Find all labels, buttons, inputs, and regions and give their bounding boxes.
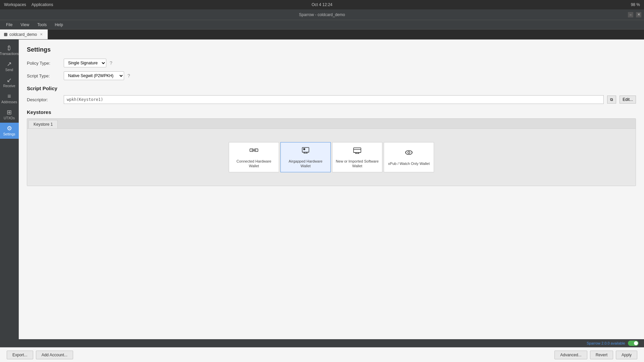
xpub-watch-only-wallet-card[interactable]: xPub / Watch Only Wallet xyxy=(384,142,434,172)
bottom-right-actions: Advanced... Revert Apply xyxy=(554,351,637,359)
script-type-help-icon[interactable]: ? xyxy=(127,73,130,78)
policy-type-label: Policy Type: xyxy=(27,61,60,66)
sidebar-item-receive[interactable]: ↙ Receive xyxy=(0,74,19,90)
sidebar-item-transactions[interactable]: ₿ Transactions xyxy=(0,42,19,58)
title-bar: Sparrow - coldcard_demo − ✕ xyxy=(0,9,644,20)
connected-hardware-label: Connected Hardware Wallet xyxy=(232,159,275,169)
new-imported-software-wallet-card[interactable]: New or Imported Software Wallet xyxy=(332,142,382,172)
sidebar-settings-label: Settings xyxy=(3,132,15,136)
close-button[interactable]: ✕ xyxy=(636,12,641,17)
descriptor-label: Descriptor: xyxy=(27,97,60,102)
sidebar-item-utxos[interactable]: ⊞ UTXOs xyxy=(0,107,19,123)
content-area: Settings Policy Type: Single Signature ?… xyxy=(19,40,644,362)
battery-status: 98 % xyxy=(631,2,640,7)
advanced-button[interactable]: Advanced... xyxy=(554,351,587,359)
policy-type-select[interactable]: Single Signature xyxy=(64,59,106,67)
sidebar-addresses-label: Addresses xyxy=(1,100,17,104)
tab-label: coldcard_demo xyxy=(9,32,37,37)
sidebar-item-addresses[interactable]: ≡ Addresses xyxy=(0,90,19,107)
policy-type-help-icon[interactable]: ? xyxy=(110,60,112,66)
connected-hardware-wallet-card[interactable]: Connected Hardware Wallet xyxy=(229,142,279,172)
utxos-icon: ⊞ xyxy=(7,109,12,115)
descriptor-input[interactable] xyxy=(64,95,604,104)
minimize-button[interactable]: − xyxy=(628,12,633,17)
airgapped-hardware-wallet-card[interactable]: Airgapped Hardware Wallet xyxy=(280,142,331,172)
status-bar: Sparrow 2.0.0 available xyxy=(0,339,644,347)
revert-button[interactable]: Revert xyxy=(590,351,613,359)
workspaces-menu[interactable]: Workspaces xyxy=(4,2,26,7)
receive-icon: ↙ xyxy=(7,77,12,83)
svg-rect-4 xyxy=(304,148,305,150)
svg-point-15 xyxy=(406,150,412,155)
addresses-icon: ≡ xyxy=(7,93,11,99)
applications-menu[interactable]: Applications xyxy=(32,2,53,7)
keystores-title: Keystores xyxy=(27,109,636,115)
transactions-icon: ₿ xyxy=(8,45,11,51)
script-type-row: Script Type: Native Segwit (P2WPKH) ? xyxy=(27,71,636,80)
system-bar: Workspaces Applications Oct 4 12:24 98 % xyxy=(0,0,644,9)
new-imported-software-label: New or Imported Software Wallet xyxy=(336,159,379,169)
xpub-watch-only-label: xPub / Watch Only Wallet xyxy=(388,161,430,166)
airgapped-hardware-label: Airgapped Hardware Wallet xyxy=(284,159,327,169)
script-type-label: Script Type: xyxy=(27,73,60,78)
sidebar-item-settings[interactable]: ⚙ Settings xyxy=(0,123,19,139)
connected-hardware-icon xyxy=(249,146,259,156)
sparrow-available-link[interactable]: Sparrow 2.0.0 available xyxy=(587,341,625,345)
xpub-watch-only-icon xyxy=(404,148,414,159)
export-button[interactable]: Export... xyxy=(7,351,33,359)
svg-rect-3 xyxy=(302,147,309,152)
sidebar-transactions-label: Transactions xyxy=(0,52,19,56)
script-type-select[interactable]: Native Segwit (P2WPKH) xyxy=(64,71,124,80)
bottom-left-actions: Export... Add Account... xyxy=(7,351,73,359)
send-icon: ↗ xyxy=(7,61,12,67)
toggle-switch[interactable] xyxy=(628,341,639,346)
svg-rect-9 xyxy=(354,148,361,153)
new-imported-software-icon xyxy=(353,146,362,156)
bottom-bar: Export... Add Account... Advanced... Rev… xyxy=(0,347,644,362)
tab-coldcard-demo[interactable]: coldcard_demo ✕ xyxy=(0,29,48,39)
svg-point-16 xyxy=(408,152,410,154)
policy-type-row: Policy Type: Single Signature ? xyxy=(27,59,636,67)
menu-file[interactable]: File xyxy=(3,21,16,28)
settings-page-title: Settings xyxy=(27,46,636,53)
window-title: Sparrow - coldcard_demo xyxy=(299,12,345,17)
tab-close-button[interactable]: ✕ xyxy=(39,32,44,37)
apply-button[interactable]: Apply xyxy=(616,351,637,359)
menu-view[interactable]: View xyxy=(17,21,33,28)
menu-tools[interactable]: Tools xyxy=(34,21,50,28)
sidebar-item-send[interactable]: ↗ Send xyxy=(0,58,19,74)
script-policy-title: Script Policy xyxy=(27,85,636,91)
keystores-panel: Keystore 1 Connected Hardware Wall xyxy=(27,118,636,186)
keystore-tabs: Keystore 1 xyxy=(27,119,636,129)
menu-bar: File View Tools Help xyxy=(0,20,644,29)
keystore-tab-1[interactable]: Keystore 1 xyxy=(29,120,58,128)
add-account-button[interactable]: Add Account... xyxy=(36,351,73,359)
sidebar-receive-label: Receive xyxy=(3,84,15,88)
sidebar-icons: ₿ Transactions ↗ Send ↙ Receive ≡ Addres… xyxy=(0,40,19,362)
wallet-cards: Connected Hardware Wallet xyxy=(27,129,636,186)
sidebar-utxos-label: UTXOs xyxy=(4,116,15,120)
main-layout: ₿ Transactions ↗ Send ↙ Receive ≡ Addres… xyxy=(0,40,644,362)
datetime-display: Oct 4 12:24 xyxy=(312,2,332,7)
tab-dot-icon xyxy=(4,33,7,36)
airgapped-hardware-icon xyxy=(301,146,310,156)
settings-icon: ⚙ xyxy=(7,125,12,131)
sidebar-send-label: Send xyxy=(5,68,13,72)
edit-descriptor-button[interactable]: Edit... xyxy=(620,96,636,104)
menu-help[interactable]: Help xyxy=(51,21,66,28)
copy-descriptor-button[interactable]: ⧉ xyxy=(607,96,616,104)
tabs-bar: coldcard_demo ✕ xyxy=(0,29,644,40)
descriptor-row: Descriptor: ⧉ Edit... xyxy=(27,95,636,104)
